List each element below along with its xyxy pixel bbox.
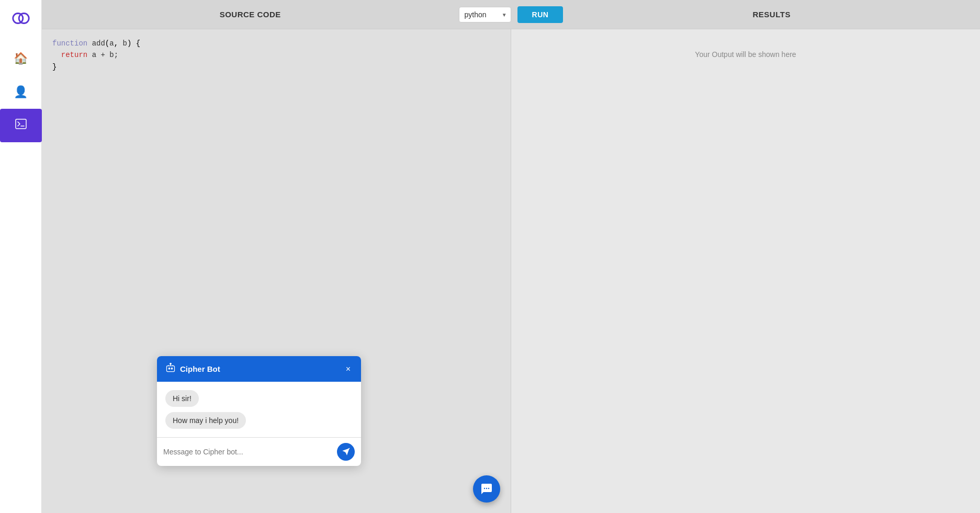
- chat-header-left: Cipher Bot: [165, 362, 220, 375]
- sidebar-item-home[interactable]: 🏠: [0, 42, 42, 75]
- svg-rect-3: [167, 366, 175, 372]
- svg-point-1: [19, 14, 29, 24]
- home-icon: 🏠: [14, 52, 28, 65]
- editor-section: function add(a, b) { return a + b; }: [42, 29, 980, 513]
- code-line-1: function add(a, b) {: [52, 38, 500, 49]
- source-code-label: SOURCE CODE: [220, 10, 281, 19]
- run-button[interactable]: RUN: [517, 6, 564, 23]
- top-bar-left: SOURCE CODE: [42, 10, 459, 19]
- svg-point-9: [488, 488, 489, 489]
- chat-message-1: Hi sir!: [165, 390, 199, 407]
- chat-message-2-text: How may i help you!: [173, 416, 239, 425]
- sidebar: 🏠 👤: [0, 0, 42, 513]
- chat-fab-button[interactable]: [473, 475, 500, 503]
- results-panel: Your Output will be shown here: [511, 29, 980, 513]
- svg-point-8: [486, 488, 487, 489]
- chat-input-area: [157, 438, 361, 466]
- user-icon: 👤: [14, 85, 28, 99]
- results-placeholder: Your Output will be shown here: [695, 50, 796, 59]
- chat-header: Cipher Bot ×: [157, 356, 361, 382]
- top-bar-center: python javascript java c++ RUN: [459, 6, 564, 23]
- top-bar-right: RESULTS: [563, 10, 980, 19]
- chat-title: Cipher Bot: [180, 364, 220, 373]
- svg-point-4: [168, 368, 170, 369]
- svg-point-6: [170, 363, 172, 364]
- results-label: RESULTS: [753, 10, 791, 19]
- top-bar: SOURCE CODE python javascript java c++ R…: [42, 0, 980, 29]
- chat-input[interactable]: [163, 448, 333, 456]
- language-select[interactable]: python javascript java c++: [459, 7, 511, 22]
- svg-rect-2: [16, 119, 26, 129]
- sidebar-item-user[interactable]: 👤: [0, 75, 42, 109]
- code-panel-wrapper: function add(a, b) { return a + b; }: [42, 29, 511, 513]
- terminal-icon: [15, 118, 27, 133]
- chat-message-1-text: Hi sir!: [173, 394, 192, 403]
- svg-point-5: [171, 368, 173, 369]
- chat-message-2: How may i help you!: [165, 412, 246, 429]
- chat-send-button[interactable]: [337, 443, 355, 461]
- code-line-3: }: [52, 61, 500, 73]
- chat-bot-icon: [165, 362, 176, 375]
- main-content: SOURCE CODE python javascript java c++ R…: [42, 0, 980, 513]
- code-line-2: return a + b;: [52, 49, 500, 61]
- chat-widget: Cipher Bot × Hi sir! How may i help you!: [157, 356, 361, 466]
- svg-point-7: [484, 488, 485, 489]
- sidebar-logo: [8, 5, 34, 31]
- chat-messages: Hi sir! How may i help you!: [157, 382, 361, 438]
- chat-close-button[interactable]: ×: [344, 364, 353, 374]
- sidebar-item-terminal[interactable]: [0, 109, 42, 142]
- language-select-wrapper[interactable]: python javascript java c++: [459, 7, 511, 22]
